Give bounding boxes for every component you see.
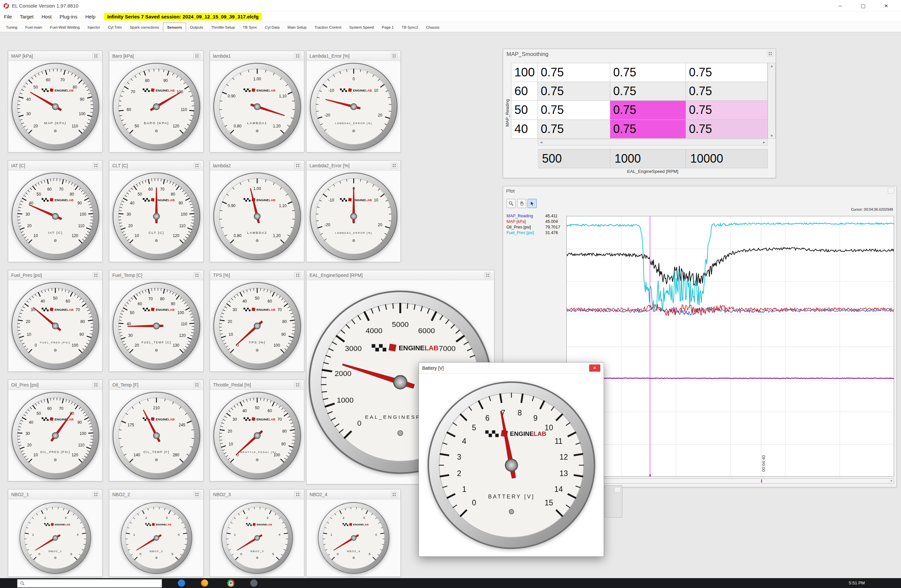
svg-text:20: 20 [228,319,232,324]
table-col-header[interactable]: 10000 [686,149,768,168]
table-cell[interactable]: 0.75 [538,101,610,120]
table-row-header[interactable]: 100 [511,63,538,82]
hand-icon [519,201,524,206]
menu-item-host[interactable]: Host [37,12,56,22]
tab-throttle-setup[interactable]: Throttle Setup [207,23,239,32]
search-input[interactable] [27,581,153,586]
panel-menu-button[interactable] [295,492,301,498]
panel-menu-button[interactable] [193,382,200,388]
close-window-button[interactable]: ✕ [874,0,898,12]
tab-outputs[interactable]: Outputs [186,23,207,32]
panel-menu-button[interactable] [193,53,200,59]
table-row-header[interactable]: 50 [511,101,538,120]
table-vscrollbar[interactable]: ▲▼ [768,63,776,138]
plot-canvas[interactable]: 00:04:40 [566,216,894,477]
menu-item-target[interactable]: Target [16,12,37,22]
scroll-down-icon[interactable]: ▼ [770,134,773,138]
tab-sensors[interactable]: Sensors [163,23,186,32]
tab-fuel-wall-wetting[interactable]: Fuel-Wall Wetting [46,23,84,32]
panel-menu-button[interactable] [92,272,99,278]
edge-browser-icon[interactable] [178,579,185,587]
gauge-face-label: LAMBDA2 [247,231,267,235]
tab-injector[interactable]: Injector [84,23,104,32]
tab-tuning[interactable]: Tuning [2,23,22,32]
gauge-screw [352,130,355,132]
scroll-up-icon[interactable]: ▲ [770,64,773,68]
table-cell[interactable]: 0.75 [538,82,610,101]
tab-fuel-main[interactable]: Fuel-main [22,23,46,32]
table-row-header[interactable]: 40 [511,120,538,139]
tab-traction-control[interactable]: Traction Control [310,23,345,32]
panel-menu-button[interactable] [485,272,491,278]
tab-page-1[interactable]: Page 1 [378,23,398,32]
panel-menu-button[interactable] [391,53,398,59]
cursor-tool-button[interactable] [528,199,537,208]
panel-menu-button[interactable] [614,487,621,493]
table-hscrollbar[interactable]: ◄► [538,139,768,146]
menu-item-plug-ins[interactable]: Plug-ins [56,12,81,22]
tab-tb-sync2[interactable]: TB Sync2 [398,23,422,32]
table-row-header[interactable]: 60 [511,82,538,101]
tab-main-setup[interactable]: Main Setup [284,23,310,32]
panel-menu-button[interactable] [193,272,200,278]
svg-text:0.80: 0.80 [234,233,242,238]
table-cell[interactable]: 0.75 [610,120,686,139]
table-cell[interactable]: 0.75 [686,82,768,101]
table-cell[interactable]: 0.75 [538,63,610,82]
svg-text:110: 110 [179,224,186,228]
plot-panel-menu-button[interactable] [888,188,895,194]
minimize-button[interactable]: ─ [829,0,852,12]
table-cell[interactable]: 0.75 [610,82,686,101]
svg-text:50: 50 [130,310,134,315]
gauge-lambda2: 0.800.901.001.101.20ENGINELABLAMBDA2 [212,171,302,261]
tab-cyl-trim[interactable]: Cyl Trim [104,23,126,32]
panel-menu-button[interactable] [92,382,99,388]
maximize-button[interactable]: ▢ [852,0,874,12]
pan-tool-button[interactable] [517,199,526,208]
table-col-header[interactable]: 500 [538,149,610,168]
panel-menu-button[interactable] [295,163,301,168]
panel-menu-button[interactable] [92,163,99,168]
plot-scrollbar[interactable]: ◄ ► [566,478,894,484]
panel-menu-button[interactable] [295,272,301,278]
firefox-icon[interactable] [201,579,208,587]
table-cell[interactable]: 0.75 [610,63,686,82]
table-cell[interactable]: 0.75 [686,63,768,82]
battery-window-titlebar[interactable]: Battery [V] ✕ [419,362,603,374]
taskbar-search-box[interactable] [17,579,162,588]
panel-menu-button[interactable] [193,163,200,168]
table-cell[interactable]: 0.75 [686,101,768,120]
scroll-left-icon[interactable]: ◄ [539,140,543,144]
panel-menu-button[interactable] [92,53,99,59]
tab-system-speed[interactable]: System Speed [345,23,378,32]
panel-menu-button[interactable] [391,163,398,168]
panel-menu-button[interactable] [295,382,301,388]
table-col-header[interactable]: 1000 [610,149,686,168]
scroll-right-icon[interactable]: ► [890,479,893,482]
table-cell[interactable]: 0.75 [610,101,686,120]
table-cell[interactable]: 0.75 [686,120,768,139]
tab-cyl-data[interactable]: Cyl Data [261,23,284,32]
svg-text:-10: -10 [328,198,334,202]
svg-text:0.80: 0.80 [234,124,242,128]
tab-tb-sync[interactable]: TB Sync [239,23,261,32]
menu-item-help[interactable]: Help [81,12,100,22]
table-cell[interactable]: 0.75 [538,120,610,139]
zoom-tool-button[interactable] [507,199,516,208]
tab-spark-corrections[interactable]: Spark corrections [126,23,163,32]
close-button[interactable]: ✕ [589,364,600,372]
panel-menu-button[interactable] [295,53,301,59]
panel-options-icon [94,493,98,496]
app-icon-taskbar[interactable] [250,579,257,587]
panel-menu-button[interactable] [767,51,773,57]
svg-text:ENGINELAB: ENGINELAB [55,523,70,526]
panel-menu-button[interactable] [391,492,398,498]
scroll-right-icon[interactable]: ► [762,140,766,144]
svg-text:30: 30 [26,111,31,116]
panel-menu-button[interactable] [193,492,200,498]
svg-text:-10: -10 [328,88,334,92]
panel-menu-button[interactable] [92,492,99,498]
tab-chassis[interactable]: Chassis [422,23,444,32]
chrome-icon[interactable] [227,579,234,587]
menu-item-file[interactable]: File [0,12,16,22]
